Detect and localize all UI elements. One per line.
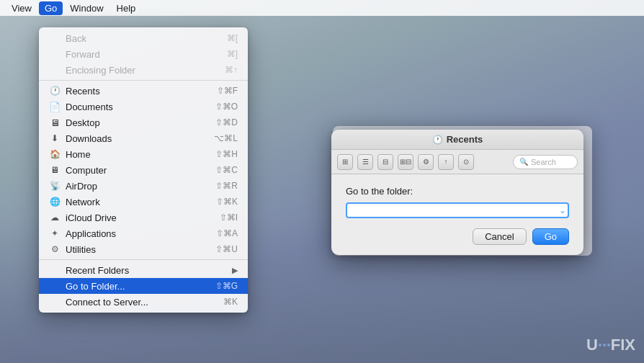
menu-bar-go[interactable]: Go (39, 1, 63, 15)
recents-icon: 🕐 (49, 85, 61, 97)
menu-item-icloud[interactable]: ☁ iCloud Drive ⇧⌘I (39, 210, 248, 225)
menu-bar-view[interactable]: View (6, 1, 37, 15)
goto-folder-dialog: 🕐 Recents ⊞ ☰ ⊟ ⊞⊟ ⚙ ↑ ⊙ 🔍 Search Go to … (331, 130, 583, 255)
goto-input-wrap: ⌄ (346, 202, 569, 218)
menu-item-connect-server[interactable]: Connect to Server... ⌘K (39, 294, 248, 310)
airdrop-icon: 📡 (49, 180, 61, 192)
dialog-titlebar: 🕐 Recents (331, 130, 583, 150)
icloud-icon: ☁ (49, 212, 61, 223)
recent-folders-icon (49, 264, 61, 276)
applications-icon: ✦ (49, 228, 61, 239)
forward-icon (49, 48, 61, 60)
watermark-dot-1 (599, 344, 601, 346)
gallery-view-button[interactable]: ⊞⊟ (398, 154, 413, 170)
menu-bar-window[interactable]: Window (64, 1, 109, 15)
menu-item-home[interactable]: 🏠 Home ⇧⌘H (39, 146, 248, 162)
watermark-suffix: FIX (611, 336, 635, 354)
menu-item-recent-folders[interactable]: Recent Folders ▶ (39, 262, 248, 278)
icon-view-button[interactable]: ⊞ (337, 154, 353, 170)
navigate-button[interactable]: ⊙ (458, 154, 474, 170)
menu-item-airdrop[interactable]: 📡 AirDrop ⇧⌘R (39, 178, 248, 194)
desktop-icon: 🖥 (49, 117, 61, 128)
search-icon: 🔍 (519, 158, 528, 166)
go-button[interactable]: Go (532, 228, 569, 245)
back-icon (49, 32, 61, 44)
watermark-dots (599, 344, 610, 346)
computer-icon: 🖥 (49, 164, 61, 176)
downloads-icon: ⬇ (49, 133, 61, 144)
cancel-button[interactable]: Cancel (473, 228, 526, 245)
menu-item-computer[interactable]: 🖥 Computer ⇧⌘C (39, 162, 248, 178)
goto-icon (49, 280, 61, 292)
finder-go-menu: Back ⌘[ Forward ⌘] Enclosing Folder ⌘↑ 🕐… (39, 27, 248, 313)
menu-item-enclosing[interactable]: Enclosing Folder ⌘↑ (39, 62, 248, 78)
share-button[interactable]: ↑ (438, 154, 454, 170)
recents-title-icon: 🕐 (432, 135, 443, 145)
menu-item-back[interactable]: Back ⌘[ (39, 30, 248, 46)
menu-item-goto-folder[interactable]: Go to Folder... ⇧⌘G (39, 278, 248, 294)
menu-item-desktop[interactable]: 🖥 Desktop ⇧⌘D (39, 115, 248, 130)
watermark-prefix: U (586, 336, 598, 354)
menu-bar-help[interactable]: Help (111, 1, 142, 15)
server-icon (49, 296, 61, 308)
menu-bar-items: View Go Window Help (6, 0, 141, 16)
goto-dialog-content: Go to the folder: ⌄ Cancel Go (331, 174, 583, 255)
list-view-button[interactable]: ☰ (357, 154, 373, 170)
settings-button[interactable]: ⚙ (418, 154, 434, 170)
home-icon: 🏠 (49, 148, 61, 160)
menu-item-forward[interactable]: Forward ⌘] (39, 46, 248, 62)
menu-item-recents[interactable]: 🕐 Recents ⇧⌘F (39, 83, 248, 99)
menu-item-documents[interactable]: 📄 Documents ⇧⌘O (39, 99, 248, 115)
watermark: U FIX (586, 336, 635, 354)
input-chevron-icon: ⌄ (559, 205, 566, 215)
enclosing-icon (49, 64, 61, 76)
goto-dialog-buttons: Cancel Go (346, 228, 569, 245)
titlebar-title: 🕐 Recents (432, 134, 483, 145)
menu-item-downloads[interactable]: ⬇ Downloads ⌥⌘L (39, 130, 248, 146)
finder-toolbar: ⊞ ☰ ⊟ ⊞⊟ ⚙ ↑ ⊙ 🔍 Search (331, 150, 583, 174)
column-view-button[interactable]: ⊟ (377, 154, 393, 170)
utilities-icon: ⚙ (49, 243, 61, 255)
menu-item-network[interactable]: 🌐 Network ⇧⌘K (39, 194, 248, 210)
menu-divider-1 (39, 80, 248, 81)
documents-icon: 📄 (49, 101, 61, 112)
menu-bar: View Go Window Help (0, 0, 644, 16)
watermark-dot-2 (603, 344, 606, 346)
goto-label: Go to the folder: (346, 186, 569, 197)
menu-divider-2 (39, 259, 248, 260)
finder-search-bar[interactable]: 🔍 Search (513, 155, 578, 169)
watermark-dot-3 (607, 344, 610, 346)
menu-item-utilities[interactable]: ⚙ Utilities ⇧⌘U (39, 241, 248, 257)
network-icon: 🌐 (49, 196, 61, 207)
goto-folder-input[interactable] (346, 202, 569, 218)
menu-item-applications[interactable]: ✦ Applications ⇧⌘A (39, 225, 248, 241)
